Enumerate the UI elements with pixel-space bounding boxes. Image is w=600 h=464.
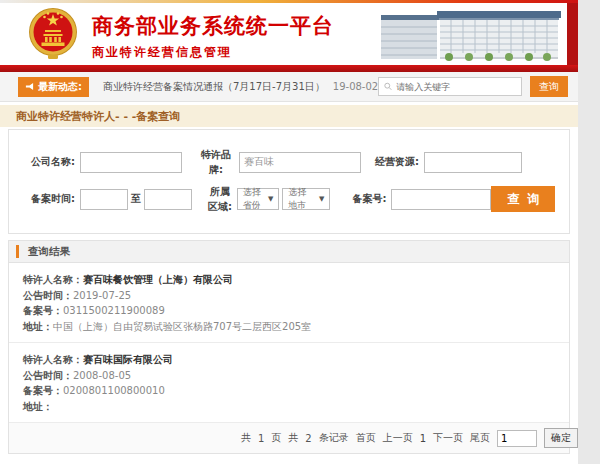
province-select[interactable]: 选择省份 ▼ [237,188,280,210]
franchisor-name-link[interactable]: 赛百味国际有限公司 [83,354,173,365]
record-no-input[interactable] [391,189,491,210]
total-records-value: 2 [305,433,311,444]
section-title-bar: 商业特许经营特许人- - -备案查询 [0,105,578,127]
brand-label: 特许品牌: [196,147,236,177]
latest-news-badge: 最新动态: [18,77,89,97]
record-time-to-label: 至 [131,192,141,206]
city-select-value: 选择地市 [288,186,315,212]
page: 商务部业务系统统一平台 商业特许经营信息管理 [0,0,578,464]
record-no-label: 备案号： [23,385,63,396]
results-header: 查询结果 [9,241,569,263]
result-item: 特许人名称：赛百味国际有限公司 公告时间：2008-08-05 备案号：0200… [9,343,569,423]
results-title: 查询结果 [28,245,70,259]
franchisor-name-label: 特许人名称： [23,354,83,365]
header-red-strip [567,3,578,65]
record-no-label: 备案号： [23,305,63,316]
news-headline-link[interactable]: 商业特许经营备案情况通报（7月17日-7月31日） [103,80,325,94]
address-label: 地址： [23,401,53,412]
result-address-row: 地址：中国（上海）自由贸易试验区张杨路707号二层西区205室 [23,320,555,334]
next-page-link[interactable]: 下一页 [433,431,463,445]
total-pages-value: 1 [258,433,264,444]
record-no-value: 0311500211900089 [63,305,165,316]
first-page-link[interactable]: 首页 [356,431,376,445]
site-header: 商务部业务系统统一平台 商业特许经营信息管理 [0,3,578,65]
chevron-down-icon: ▼ [319,195,324,203]
keyword-search-input[interactable] [396,82,515,92]
results-panel: 查询结果 特许人名称：赛百味餐饮管理（上海）有限公司 公告时间：2019-07-… [8,240,570,454]
announce-date-label: 公告时间： [23,290,73,301]
keyword-search-box [378,77,522,96]
result-item: 特许人名称：赛百味餐饮管理（上海）有限公司 公告时间：2019-07-25 备案… [9,263,569,343]
news-date: 19-08-02 [333,81,378,92]
franchisor-name-link[interactable]: 赛百味餐饮管理（上海）有限公司 [83,274,233,285]
result-date-row: 公告时间：2019-07-25 [23,289,555,303]
franchisor-name-label: 特许人名称： [23,274,83,285]
region-label: 所属区域: [206,184,234,214]
prev-page-link[interactable]: 上一页 [383,431,413,445]
goto-page-input[interactable] [497,430,537,447]
form-row-2: 备案时间: 至 所属区域: 选择省份 ▼ 选择地市 ▼ 备案号: 查询 [19,184,559,214]
result-record-row: 备案号：0200801100800010 [23,384,555,398]
result-date-row: 公告时间：2008-08-05 [23,369,555,383]
total-records-prefix: 共 [288,431,298,445]
megaphone-icon [25,82,34,91]
result-name-row: 特许人名称：赛百味国际有限公司 [23,353,555,367]
latest-news-badge-label: 最新动态: [38,80,82,94]
current-page-link[interactable]: 1 [420,433,426,444]
last-page-link[interactable]: 尾页 [470,431,490,445]
pagination-bar: 共 1 页 共 2 条记录 首页 上一页 1 下一页 尾页 确定 [9,423,569,453]
news-bar: 最新动态: 商业特许经营备案情况通报（7月17日-7月31日） 19-08-02… [0,72,578,102]
address-label: 地址： [23,321,53,332]
page-subtitle: 商业特许经营信息管理 [92,44,334,61]
company-name-label: 公司名称: [31,155,75,169]
record-no-value: 0200801100800010 [63,385,165,396]
announce-date-label: 公告时间： [23,370,73,381]
form-row-1: 公司名称: 特许品牌: 经营资源: [19,147,559,177]
address-value: 中国（上海）自由贸易试验区张杨路707号二层西区205室 [53,321,311,332]
result-address-row: 地址： [23,400,555,414]
pages-unit: 页 [271,431,281,445]
record-time-from-input[interactable] [80,189,128,210]
record-no-label: 备案号: [352,192,386,206]
brand-input[interactable] [239,152,361,173]
header-titles: 商务部业务系统统一平台 商业特许经营信息管理 [92,12,334,61]
national-emblem-logo [28,7,78,61]
records-unit: 条记录 [319,431,349,445]
header-red-bar [0,65,578,72]
resource-input[interactable] [424,152,522,173]
record-time-to-input[interactable] [144,189,192,210]
chevron-down-icon: ▼ [268,195,273,203]
total-pages-prefix: 共 [241,431,251,445]
announce-date-value: 2019-07-25 [73,290,131,301]
province-select-value: 选择省份 [243,186,264,212]
query-submit-button[interactable]: 查询 [491,186,555,212]
section-title: 商业特许经营特许人- - -备案查询 [16,109,180,124]
search-icon [384,82,392,91]
record-time-label: 备案时间: [31,192,75,206]
announce-date-value: 2008-08-05 [73,370,131,381]
result-record-row: 备案号：0311500211900089 [23,304,555,318]
keyword-search-button[interactable]: 查询 [530,76,568,97]
result-name-row: 特许人名称：赛百味餐饮管理（上海）有限公司 [23,273,555,287]
query-form: 公司名称: 特许品牌: 经营资源: 备案时间: 至 所属区域: 选择省份 ▼ 选… [8,129,570,234]
company-name-input[interactable] [80,152,182,173]
city-select[interactable]: 选择地市 ▼ [282,188,330,210]
page-title: 商务部业务系统统一平台 [92,12,334,40]
resource-label: 经营资源: [375,155,419,169]
results-accent-bar [16,245,19,258]
mofcom-building-image [381,3,564,65]
goto-page-confirm-button[interactable]: 确定 [544,428,578,448]
